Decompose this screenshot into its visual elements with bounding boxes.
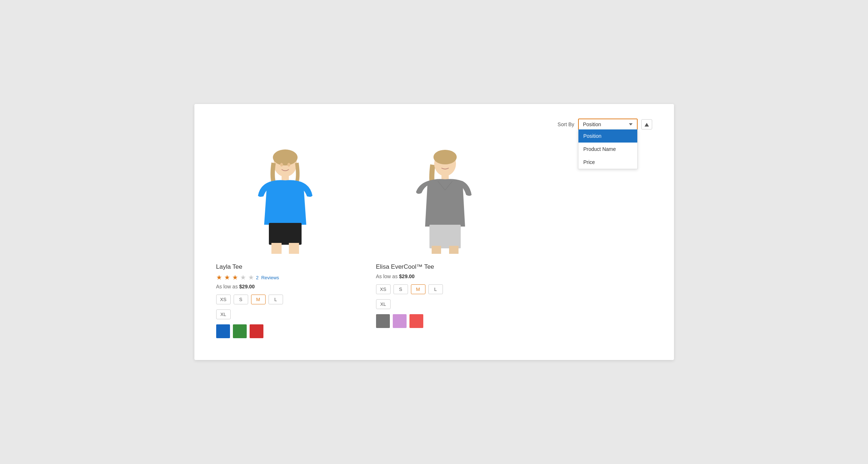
color-purple-elisa-tee[interactable]: [393, 314, 407, 328]
svg-rect-5: [289, 243, 299, 254]
price-value-layla-tee: $29.00: [239, 284, 255, 289]
sort-dropdown: Position Product Name Price: [578, 129, 638, 169]
product-image-elisa-tee: [405, 145, 485, 254]
color-blue-layla-tee[interactable]: [216, 324, 230, 338]
color-green-layla-tee[interactable]: [233, 324, 247, 338]
sort-option-position[interactable]: Position: [578, 129, 637, 143]
color-red-elisa-tee[interactable]: [409, 314, 423, 328]
product-image-wrapper: [216, 141, 354, 257]
svg-point-1: [273, 149, 298, 165]
star-2: ★: [224, 273, 230, 281]
color-options-elisa-tee: [376, 314, 514, 328]
color-gray-elisa-tee[interactable]: [376, 314, 390, 328]
sort-by-label: Sort By: [558, 121, 574, 127]
price-row-layla-tee: As low as $29.00: [216, 284, 354, 289]
price-row-elisa-tee: As low as $29.00: [376, 273, 514, 279]
product-image-layla-tee: [245, 145, 325, 254]
star-1: ★: [216, 273, 222, 281]
svg-point-9: [433, 150, 457, 164]
sort-direction-button[interactable]: [641, 119, 652, 129]
size-options-row2-layla-tee: XL: [216, 309, 354, 319]
stars-row-layla-tee: ★ ★ ★ ★ ★ 2 Reviews: [216, 273, 354, 281]
svg-rect-11: [429, 225, 461, 248]
svg-rect-3: [269, 223, 302, 245]
size-l-layla-tee[interactable]: L: [269, 295, 283, 304]
sort-select-container: Position Position Product Name Price: [578, 119, 638, 130]
sort-option-price[interactable]: Price: [578, 156, 637, 169]
product-image-wrapper-elisa: [376, 141, 514, 257]
reviews-link-layla-tee[interactable]: 2 Reviews: [256, 275, 279, 280]
svg-rect-4: [271, 243, 282, 254]
main-card: Sort By Position Position Product Name P…: [194, 104, 674, 360]
star-4: ★: [240, 273, 246, 281]
size-xl-elisa-tee[interactable]: XL: [376, 299, 391, 309]
product-card-layla-tee: Layla Tee ★ ★ ★ ★ ★ 2 Reviews As low as …: [216, 141, 354, 338]
size-xs-layla-tee[interactable]: XS: [216, 295, 231, 304]
up-arrow-icon: [645, 123, 649, 127]
size-s-layla-tee[interactable]: S: [234, 295, 248, 304]
size-s-elisa-tee[interactable]: S: [393, 284, 408, 294]
size-options-elisa-tee: XS S M L: [376, 284, 514, 294]
color-red-layla-tee[interactable]: [250, 324, 263, 338]
size-l-elisa-tee[interactable]: L: [428, 284, 443, 294]
price-value-elisa-tee: $29.00: [399, 273, 415, 279]
chevron-down-icon: [629, 123, 633, 125]
color-options-layla-tee: [216, 324, 354, 338]
size-m-elisa-tee[interactable]: M: [411, 284, 425, 294]
star-3: ★: [232, 273, 238, 281]
product-name-layla-tee: Layla Tee: [216, 263, 354, 271]
sort-option-product-name[interactable]: Product Name: [578, 143, 637, 156]
svg-point-6: [280, 163, 283, 167]
star-5: ★: [248, 273, 254, 281]
product-name-elisa-tee: Elisa EverCool™ Tee: [376, 263, 514, 271]
product-card-elisa-tee: Elisa EverCool™ Tee As low as $29.00 XS …: [376, 141, 514, 338]
sort-select-wrapper: Position Position Product Name Price: [578, 119, 638, 130]
svg-rect-13: [449, 246, 459, 254]
svg-rect-12: [432, 246, 441, 254]
sort-current-value: Position: [583, 121, 601, 127]
size-options-row2-elisa-tee: XL: [376, 299, 514, 309]
sort-select-trigger[interactable]: Position: [579, 119, 637, 129]
size-xl-layla-tee[interactable]: XL: [216, 309, 231, 319]
size-options-layla-tee: XS S M L: [216, 295, 354, 304]
toolbar: Sort By Position Position Product Name P…: [216, 119, 652, 130]
size-xs-elisa-tee[interactable]: XS: [376, 284, 391, 294]
products-grid: Layla Tee ★ ★ ★ ★ ★ 2 Reviews As low as …: [216, 141, 652, 338]
size-m-layla-tee[interactable]: M: [251, 295, 266, 304]
svg-point-7: [287, 163, 290, 167]
